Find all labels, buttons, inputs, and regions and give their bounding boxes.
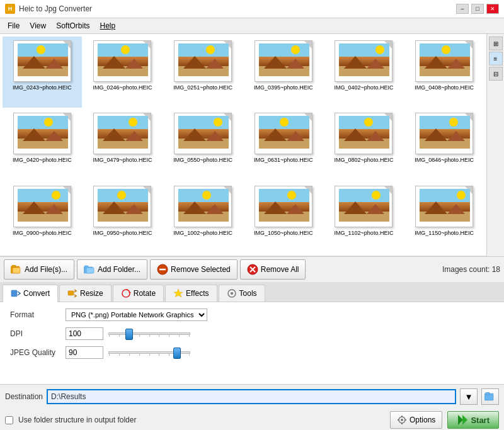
format-select[interactable]: PNG (*.png) Portable Network Graphics [66, 308, 207, 321]
settings-panel: Format PNG (*.png) Portable Network Grap… [0, 302, 504, 384]
start-button[interactable]: Start [447, 411, 499, 429]
view-sidebar: ⊞ ≡ ⊟ [486, 34, 504, 256]
tab-tools-label: Tools [239, 289, 257, 298]
list-item[interactable]: IMG_0243~photo.HEIC [3, 37, 82, 108]
folder-structure-checkbox[interactable] [5, 416, 13, 424]
list-item[interactable]: IMG_1050~photo.HEIC [244, 182, 323, 253]
list-item[interactable]: IMG_1102~photo.HEIC [324, 182, 404, 253]
destination-browse-button[interactable] [481, 388, 499, 405]
view-large-icon[interactable]: ⊞ [489, 37, 503, 50]
list-item[interactable]: IMG_0950~photo.HEIC [83, 182, 163, 253]
tab-rotate-label: Rotate [134, 289, 156, 298]
svg-rect-12 [68, 291, 74, 295]
view-details[interactable]: ⊟ [489, 67, 503, 81]
menu-help[interactable]: Help [95, 20, 121, 32]
list-item[interactable]: IMG_0408~photo.HEIC [404, 37, 484, 108]
list-item[interactable]: IMG_0550~photo.HEIC [163, 109, 243, 180]
add-files-icon [11, 264, 22, 275]
main-content: IMG_0243~photo.HEIC IMG_0246~photo.HEIC [0, 34, 504, 430]
remove-all-icon [247, 264, 258, 275]
list-item[interactable]: IMG_0251~photo.HEIC [163, 37, 243, 108]
dpi-input[interactable] [66, 327, 103, 340]
file-toolbar: Add File(s)... Add Folder... [0, 256, 504, 282]
tab-convert[interactable]: Convert [3, 285, 58, 302]
svg-point-15 [231, 292, 233, 295]
svg-rect-1 [12, 265, 16, 268]
svg-marker-24 [458, 415, 463, 425]
remove-selected-icon [157, 264, 168, 275]
app-icon: H [5, 4, 15, 14]
list-item[interactable]: IMG_0631~photo.HEIC [244, 109, 323, 180]
list-item[interactable]: IMG_0246~photo.HEIC [83, 37, 163, 108]
maximize-button[interactable]: □ [471, 4, 484, 14]
list-item[interactable]: IMG_0900~photo.HEIC [3, 182, 82, 253]
destination-browse-dropdown[interactable]: ▼ [460, 388, 478, 405]
titlebar: H Heic to Jpg Converter – □ ✕ [0, 0, 504, 18]
remove-selected-button[interactable]: Remove Selected [150, 259, 238, 280]
start-label: Start [471, 416, 490, 425]
options-gear-icon [397, 415, 407, 425]
titlebar-left: H Heic to Jpg Converter [5, 4, 92, 14]
tab-rotate[interactable]: Rotate [113, 285, 164, 302]
menu-softorbits[interactable]: SoftOrbits [51, 20, 94, 32]
tab-tools[interactable]: Tools [219, 285, 265, 302]
close-button[interactable]: ✕ [486, 4, 499, 14]
list-item[interactable]: IMG_0395~photo.HEIC [244, 37, 323, 108]
destination-bar: Destination ▼ [0, 384, 504, 409]
images-count: Images count: 18 [442, 265, 500, 274]
tools-icon [227, 288, 237, 298]
add-files-button[interactable]: Add File(s)... [4, 259, 74, 280]
view-list[interactable]: ≡ [489, 52, 503, 65]
svg-rect-20 [401, 416, 403, 417]
dpi-slider-track [108, 332, 190, 335]
svg-marker-25 [462, 415, 467, 425]
options-button[interactable]: Options [390, 411, 442, 429]
format-label: Format [10, 310, 60, 319]
svg-rect-2 [13, 268, 20, 273]
list-item[interactable]: IMG_0846~photo.HEIC [404, 109, 484, 180]
remove-all-button[interactable]: Remove All [240, 259, 306, 280]
menubar: File View SoftOrbits Help [0, 18, 504, 34]
menu-file[interactable]: File [3, 20, 25, 32]
effects-icon [173, 288, 183, 298]
titlebar-title: Heic to Jpg Converter [19, 4, 92, 13]
list-item[interactable]: IMG_0479~photo.HEIC [83, 109, 163, 180]
format-row: Format PNG (*.png) Portable Network Grap… [10, 308, 494, 321]
list-item[interactable]: IMG_0802~photo.HEIC [324, 109, 404, 180]
tab-effects[interactable]: Effects [165, 285, 217, 302]
svg-rect-23 [404, 419, 406, 421]
menu-view[interactable]: View [25, 20, 51, 32]
folder-structure-label: Use folder structure in output folder [18, 416, 136, 424]
svg-rect-21 [401, 422, 403, 424]
svg-rect-22 [398, 419, 399, 421]
tab-effects-label: Effects [186, 289, 209, 298]
add-files-label: Add File(s)... [25, 265, 67, 274]
dpi-label: DPI [10, 329, 60, 338]
destination-label: Destination [5, 392, 43, 401]
footer-bar: Use folder structure in output folder Op… [0, 409, 504, 430]
destination-input[interactable] [47, 389, 456, 404]
dpi-row: DPI [10, 327, 494, 340]
tab-bar: Convert Resize [0, 282, 504, 302]
dpi-slider-container [108, 327, 190, 340]
tab-resize[interactable]: Resize [59, 285, 112, 302]
options-label: Options [410, 416, 435, 424]
dpi-slider-thumb[interactable] [125, 329, 133, 340]
jpeg-slider-thumb[interactable] [173, 348, 181, 359]
svg-point-19 [401, 419, 403, 421]
thumbnail-grid: IMG_0243~photo.HEIC IMG_0246~photo.HEIC [0, 34, 486, 256]
list-item[interactable]: IMG_1002~photo.HEIC [163, 182, 243, 253]
svg-rect-5 [86, 268, 94, 273]
svg-rect-17 [486, 392, 490, 395]
list-item[interactable]: IMG_1150~photo.HEIC [404, 182, 484, 253]
remove-all-label: Remove All [261, 265, 299, 274]
add-folder-label: Add Folder... [98, 265, 140, 274]
add-folder-button[interactable]: Add Folder... [77, 259, 147, 280]
jpeg-quality-input[interactable] [66, 346, 103, 359]
list-item[interactable]: IMG_0402~photo.HEIC [324, 37, 404, 108]
start-icon [457, 415, 468, 425]
list-item[interactable]: IMG_0420~photo.HEIC [3, 109, 82, 180]
main-area: IMG_0243~photo.HEIC IMG_0246~photo.HEIC [0, 34, 504, 430]
minimize-button[interactable]: – [456, 4, 469, 14]
svg-rect-11 [11, 290, 17, 297]
